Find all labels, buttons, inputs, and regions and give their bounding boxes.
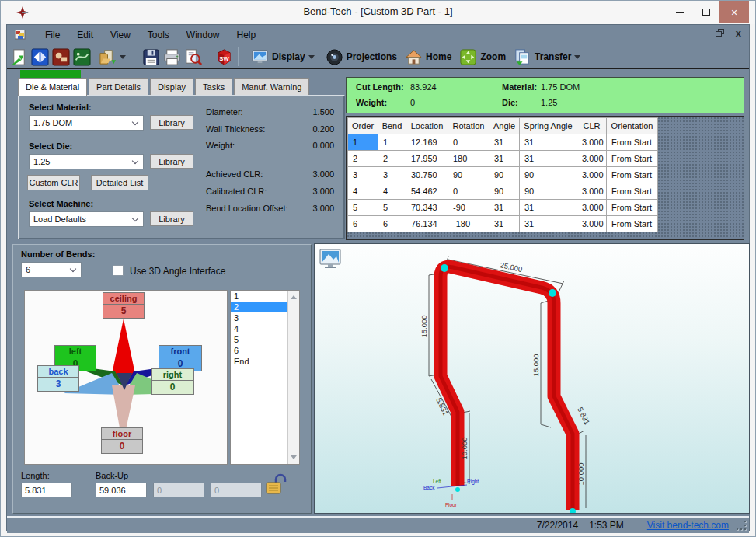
table-cell[interactable]: 31 bbox=[520, 151, 577, 167]
table-cell[interactable]: 12.169 bbox=[406, 134, 448, 151]
table-cell[interactable]: 5 bbox=[348, 200, 378, 216]
resize-grip[interactable] bbox=[744, 528, 746, 530]
table-cell[interactable]: From Start bbox=[607, 151, 658, 167]
list-item[interactable]: 5 bbox=[231, 334, 287, 345]
home-button[interactable]: Home bbox=[402, 48, 451, 66]
machine-library-button[interactable]: Library bbox=[150, 211, 193, 226]
menu-file[interactable]: File bbox=[37, 26, 68, 44]
bend-table[interactable]: OrderBendLocationRotationAngleSpring Ang… bbox=[347, 117, 658, 232]
table-cell[interactable]: 90 bbox=[448, 167, 489, 183]
table-column-header[interactable]: Spring Angle bbox=[520, 118, 577, 134]
table-cell[interactable]: 17.959 bbox=[406, 151, 448, 167]
table-cell[interactable]: 76.134 bbox=[406, 216, 448, 232]
minimize-button[interactable] bbox=[667, 1, 693, 23]
list-item[interactable]: End bbox=[231, 356, 287, 367]
open-button[interactable] bbox=[96, 48, 129, 66]
menu-window[interactable]: Window bbox=[178, 26, 228, 44]
print-icon[interactable] bbox=[163, 48, 181, 66]
scroll-down-icon[interactable] bbox=[291, 455, 297, 459]
use-3d-angle-checkbox[interactable] bbox=[113, 265, 124, 276]
solidworks-icon[interactable]: SW bbox=[215, 48, 233, 66]
table-cell[interactable]: 1 bbox=[378, 134, 406, 151]
table-cell[interactable]: From Start bbox=[607, 134, 658, 151]
scroll-up-icon[interactable] bbox=[291, 295, 297, 299]
sketch-icon[interactable] bbox=[73, 48, 91, 66]
table-cell[interactable]: 3.000 bbox=[577, 134, 607, 151]
close-button[interactable]: × bbox=[719, 1, 749, 23]
transfer-button[interactable]: Transfer bbox=[510, 48, 584, 66]
transfer-dropdown-caret[interactable] bbox=[574, 55, 580, 59]
maximize-button[interactable] bbox=[693, 1, 719, 23]
table-cell[interactable]: 2 bbox=[378, 151, 406, 167]
tab-part-details[interactable]: Part Details bbox=[89, 78, 148, 95]
table-cell[interactable]: -90 bbox=[448, 200, 489, 216]
view-settings-icon[interactable] bbox=[319, 249, 341, 269]
table-cell[interactable]: 1 bbox=[348, 134, 378, 151]
material-library-button[interactable]: Library bbox=[150, 115, 193, 130]
table-cell[interactable]: 90 bbox=[520, 183, 577, 200]
list-item[interactable]: 2 bbox=[231, 302, 287, 312]
rotation-compass[interactable]: ceiling 5 left 0 front 0 back 3 right bbox=[24, 290, 228, 465]
3d-viewport[interactable]: 25.000 15.000 15.000 5.831 5.831 10.000 … bbox=[314, 243, 750, 514]
custom-clr-button[interactable]: Custom CLR bbox=[27, 175, 80, 190]
mdi-restore-button[interactable] bbox=[716, 29, 725, 38]
bend-list[interactable]: 123456End bbox=[231, 291, 287, 464]
projections-button[interactable]: Projections bbox=[322, 48, 397, 66]
table-cell[interactable]: 4 bbox=[378, 183, 406, 200]
table-cell[interactable]: 3.000 bbox=[577, 151, 607, 167]
material-combobox[interactable]: 1.75 DOM bbox=[29, 115, 144, 131]
mdi-minimize-button[interactable] bbox=[695, 29, 705, 38]
table-cell[interactable]: 0 bbox=[448, 183, 489, 200]
table-column-header[interactable]: Angle bbox=[489, 118, 520, 134]
table-column-header[interactable]: CLR bbox=[577, 118, 607, 134]
table-cell[interactable]: -180 bbox=[448, 216, 489, 232]
table-cell[interactable]: 70.343 bbox=[406, 200, 448, 216]
table-cell[interactable]: From Start bbox=[607, 200, 658, 216]
table-column-header[interactable]: Orientation bbox=[607, 118, 658, 134]
table-cell[interactable]: From Start bbox=[607, 183, 658, 200]
tab-display[interactable]: Display bbox=[150, 78, 193, 95]
detailed-list-button[interactable]: Detailed List bbox=[91, 175, 148, 190]
tab-manuf-warning[interactable]: Manuf. Warning bbox=[234, 78, 309, 95]
unlock-icon[interactable] bbox=[265, 473, 287, 498]
table-cell[interactable]: 54.462 bbox=[406, 183, 448, 200]
list-item[interactable]: 4 bbox=[231, 323, 287, 334]
table-cell[interactable]: 180 bbox=[448, 151, 489, 167]
table-cell[interactable]: 3.000 bbox=[577, 200, 607, 216]
table-cell[interactable]: 90 bbox=[489, 167, 520, 183]
save-icon[interactable] bbox=[142, 48, 160, 66]
table-cell[interactable]: 3.000 bbox=[577, 216, 607, 232]
number-of-bends-combobox[interactable]: 6 bbox=[21, 262, 82, 277]
table-column-header[interactable]: Rotation bbox=[448, 118, 489, 134]
table-cell[interactable]: 31 bbox=[520, 216, 577, 232]
compass-ceiling[interactable]: ceiling 5 bbox=[103, 292, 145, 319]
table-cell[interactable]: 31 bbox=[520, 134, 577, 151]
open-dropdown-caret[interactable] bbox=[120, 55, 126, 59]
table-cell[interactable]: 30.750 bbox=[406, 167, 448, 183]
menu-tools[interactable]: Tools bbox=[139, 26, 178, 44]
table-cell[interactable]: 31 bbox=[520, 200, 577, 216]
backup-input[interactable] bbox=[96, 483, 147, 497]
plate-icon[interactable] bbox=[52, 48, 70, 66]
table-cell[interactable]: 31 bbox=[489, 200, 520, 216]
table-column-header[interactable]: Bend bbox=[378, 118, 406, 134]
table-cell[interactable]: From Start bbox=[607, 216, 658, 232]
table-cell[interactable]: 31 bbox=[489, 151, 520, 167]
compass-back[interactable]: back 3 bbox=[37, 365, 79, 392]
table-cell[interactable]: 6 bbox=[378, 216, 406, 232]
length-input[interactable] bbox=[21, 483, 72, 497]
zoom-button[interactable]: Zoom bbox=[456, 48, 506, 66]
table-cell[interactable]: 2 bbox=[348, 151, 378, 167]
assembly-icon[interactable] bbox=[31, 48, 49, 66]
table-cell[interactable]: 4 bbox=[348, 183, 378, 200]
table-cell[interactable]: 31 bbox=[489, 216, 520, 232]
display-dropdown-caret[interactable] bbox=[308, 55, 315, 59]
bend-tech-link[interactable]: Visit bend-tech.com bbox=[647, 520, 729, 531]
table-cell[interactable]: 5 bbox=[378, 200, 406, 216]
new-part-icon[interactable] bbox=[10, 48, 28, 66]
table-column-header[interactable]: Order bbox=[348, 118, 378, 134]
table-cell[interactable]: 31 bbox=[489, 134, 520, 151]
compass-right[interactable]: right 0 bbox=[151, 368, 194, 395]
compass-floor[interactable]: floor 0 bbox=[101, 427, 143, 454]
display-button[interactable]: Display bbox=[248, 48, 318, 66]
